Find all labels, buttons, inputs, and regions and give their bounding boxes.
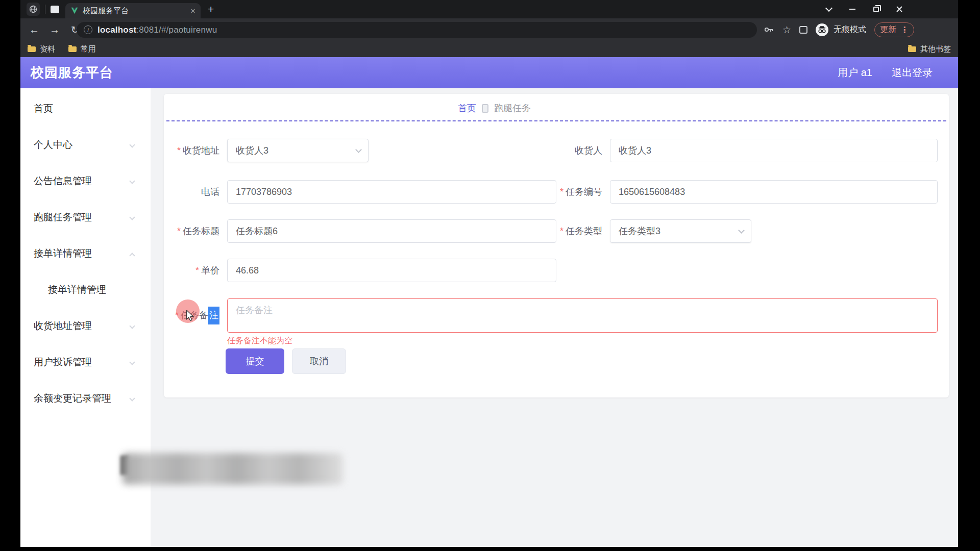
task-no-input[interactable] <box>610 180 938 204</box>
globe-icon <box>29 5 37 13</box>
label-receiver: 收货人 <box>516 139 602 162</box>
minimize-icon[interactable] <box>848 5 857 14</box>
label-address: *收货地址 <box>164 139 219 162</box>
tab-search-chevron-icon[interactable] <box>824 5 834 14</box>
chevron-down-icon <box>355 146 362 153</box>
url-text[interactable]: localhost:8081/#/paotuirenwu <box>97 25 217 35</box>
chevron-down-icon <box>129 359 135 365</box>
bookmark-folder-changyong[interactable]: 常用 <box>68 44 96 54</box>
sidebar-item-address-mgmt[interactable]: 收货地址管理 <box>20 308 151 344</box>
chevron-down-icon <box>129 214 135 220</box>
sidebar-subitem-order-detail-mgmt[interactable]: 接单详情管理 <box>20 271 151 308</box>
folder-icon <box>68 46 77 52</box>
sidebar-item-errand-task-mgmt[interactable]: 跑腿任务管理 <box>20 199 151 235</box>
label-task-no: *任务编号 <box>516 180 602 204</box>
password-key-icon[interactable] <box>763 24 774 35</box>
header-user[interactable]: 用户 a1 <box>838 66 872 80</box>
unit-price-input[interactable] <box>227 259 556 282</box>
chevron-up-icon <box>129 253 135 258</box>
sidebar-item-announcement-mgmt[interactable]: 公告信息管理 <box>20 163 151 199</box>
sidebar-item-balance-record-mgmt[interactable]: 余额变更记录管理 <box>20 380 151 416</box>
mouse-cursor-icon <box>185 310 195 321</box>
incognito-icon <box>816 23 828 36</box>
task-type-select[interactable]: 任务类型3 <box>610 219 751 243</box>
receiver-input[interactable] <box>610 139 938 162</box>
tab-close-icon[interactable]: × <box>190 7 195 15</box>
bookmark-folder-ziliao[interactable]: 资料 <box>28 44 55 54</box>
label-task-title: *任务标题 <box>164 219 219 243</box>
breadcrumb-home[interactable]: 首页 <box>458 102 476 114</box>
bookmark-star-icon[interactable]: ☆ <box>782 24 791 36</box>
chevron-down-icon <box>129 178 135 184</box>
folder-icon <box>908 46 916 52</box>
breadcrumb: 首页 跑腿任务 <box>458 102 531 114</box>
incognito-label: 无痕模式 <box>834 24 866 35</box>
address-bar[interactable]: i localhost:8081/#/paotuirenwu <box>77 22 757 38</box>
menu-kebab-icon[interactable]: ⋮ <box>900 25 909 35</box>
phone-input[interactable] <box>227 180 556 204</box>
vue-favicon-icon <box>70 7 79 14</box>
bookmarks-bar: 资料 常用 其他书签 <box>20 41 958 57</box>
chevron-down-icon <box>738 227 745 234</box>
breadcrumb-current: 跑腿任务 <box>494 102 531 114</box>
chevron-down-icon <box>129 323 135 329</box>
forward-icon[interactable]: → <box>48 18 61 41</box>
form-card: 首页 跑腿任务 *收货地址 收货人3 收货人 电话 *任务编号 <box>164 94 949 397</box>
site-info-icon[interactable]: i <box>84 26 92 34</box>
other-bookmarks[interactable]: 其他书签 <box>908 44 951 54</box>
browser-toolbar: ← → ↻ i localhost:8081/#/paotuirenwu ☆ <box>20 18 958 41</box>
window-controls <box>824 0 904 18</box>
new-tab-icon[interactable]: + <box>208 3 214 15</box>
app-title: 校园服务平台 <box>31 64 113 82</box>
restore-window-icon[interactable] <box>871 5 880 14</box>
blurred-watermark <box>122 453 343 485</box>
label-task-type: *任务类型 <box>516 219 602 243</box>
breadcrumb-separator-icon <box>482 104 488 113</box>
address-select[interactable]: 收货人3 <box>227 139 369 162</box>
back-icon[interactable]: ← <box>28 18 41 41</box>
pinned-tab-blank[interactable] <box>51 6 59 13</box>
dashed-divider <box>166 120 946 121</box>
sidebar-item-home[interactable]: 首页 <box>20 90 151 127</box>
active-tab[interactable]: 校园服务平台 × <box>65 3 201 18</box>
folder-icon <box>28 46 36 52</box>
sidebar-item-personal-center[interactable]: 个人中心 <box>20 127 151 163</box>
label-phone: 电话 <box>164 180 219 204</box>
update-button[interactable]: 更新 ⋮ <box>874 22 914 37</box>
close-window-icon[interactable] <box>895 5 904 14</box>
selected-text-highlight: 注 <box>208 307 219 324</box>
browser-window: 校园服务平台 × + ← → ↻ i localhost:8081/#/paot… <box>20 0 958 547</box>
cancel-button[interactable]: 取消 <box>292 348 346 374</box>
task-title-input[interactable] <box>227 219 556 243</box>
app-body: 首页 个人中心 公告信息管理 跑腿任务管理 接单详情管理 接单详情管理 收货地址… <box>20 88 958 547</box>
side-panel-icon[interactable] <box>799 26 807 34</box>
remark-textarea[interactable] <box>227 298 938 333</box>
label-unit-price: *单价 <box>164 259 219 282</box>
tab-title: 校园服务平台 <box>83 6 190 16</box>
sidebar-item-order-detail-mgmt[interactable]: 接单详情管理 <box>20 235 151 271</box>
sidebar-item-complaint-mgmt[interactable]: 用户投诉管理 <box>20 344 151 380</box>
logout-button[interactable]: 退出登录 <box>892 66 933 80</box>
chevron-down-icon <box>129 142 135 147</box>
submit-button[interactable]: 提交 <box>226 348 284 374</box>
app-header: 校园服务平台 用户 a1 退出登录 <box>20 57 958 88</box>
pinned-tab-globe[interactable] <box>27 3 40 16</box>
tab-divider <box>45 5 45 14</box>
tab-bar: 校园服务平台 × + <box>20 0 958 18</box>
chevron-down-icon <box>129 395 135 401</box>
validation-error: 任务备注不能为空 <box>227 336 292 346</box>
